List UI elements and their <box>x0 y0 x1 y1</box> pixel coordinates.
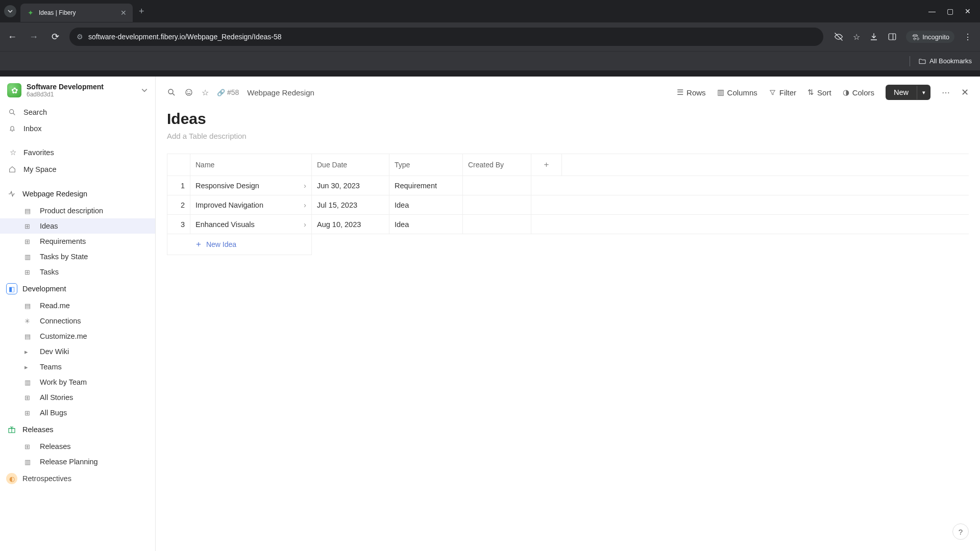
add-column-button[interactable]: + <box>531 154 562 176</box>
column-header-type[interactable]: Type <box>389 154 463 176</box>
sort-button[interactable]: ⇅Sort <box>807 88 831 97</box>
chevron-down-icon[interactable] <box>141 87 148 94</box>
downloads-icon[interactable] <box>869 32 878 41</box>
sidebar-item-requirements[interactable]: ⊞ Requirements <box>0 234 155 249</box>
page-description-placeholder[interactable]: Add a Table description <box>167 132 969 140</box>
sidebar-item-release-planning[interactable]: ▥Release Planning <box>0 454 155 469</box>
all-bookmarks-label: All Bookmarks <box>929 57 972 65</box>
space-name: Webpage Redesign <box>22 190 87 198</box>
sidebar-item-dev-wiki[interactable]: ▸Dev Wiki <box>0 344 155 359</box>
cell-type[interactable]: Requirement <box>389 176 463 195</box>
cell-due[interactable]: Jun 30, 2023 <box>312 176 389 195</box>
sidebar-item-label: Work by Team <box>40 378 87 386</box>
cell-type[interactable]: Idea <box>389 195 463 214</box>
fibery-favicon-icon: ✦ <box>27 9 35 17</box>
sidebar-item-teams[interactable]: ▸Teams <box>0 359 155 374</box>
svg-line-3 <box>13 113 15 115</box>
new-idea-button[interactable]: + New Idea <box>167 234 312 255</box>
panel-icon[interactable] <box>888 32 897 41</box>
cell-created-by[interactable] <box>463 195 531 214</box>
label: Rows <box>687 88 706 97</box>
columns-button[interactable]: ▥Columns <box>717 88 757 97</box>
chevron-down-icon[interactable]: ▾ <box>917 86 930 99</box>
sidebar-item-customize[interactable]: ▤Customize.me <box>0 329 155 344</box>
sidebar-inbox[interactable]: Inbox <box>0 120 155 137</box>
bookmarks-bar: All Bookmarks <box>0 51 980 70</box>
minimize-icon[interactable]: — <box>928 7 936 15</box>
sidebar-space-development[interactable]: ◧ Development <box>0 280 155 298</box>
cell-created-by[interactable] <box>463 176 531 195</box>
maximize-icon[interactable]: ▢ <box>947 7 953 15</box>
table-icon: ⊞ <box>24 394 34 402</box>
cell-created-by[interactable] <box>463 215 531 234</box>
table-row[interactable]: 2 Improved Navigation› Jul 15, 2023 Idea <box>167 195 969 215</box>
sidebar-item-readme[interactable]: ▤Read.me <box>0 298 155 313</box>
url-bar[interactable]: ⚙ software-development.fibery.io/Webpage… <box>69 28 823 46</box>
new-button[interactable]: New ▾ <box>886 85 930 100</box>
browser-tab[interactable]: ✦ Ideas | Fibery ✕ <box>20 4 133 22</box>
sidebar-item-tasks[interactable]: ⊞ Tasks <box>0 264 155 280</box>
workspace-switcher[interactable]: ✿ Software Development 6ad8d3d1 <box>0 77 155 104</box>
cell-type[interactable]: Idea <box>389 215 463 234</box>
sidebar-item-releases[interactable]: ⊞Releases <box>0 439 155 454</box>
back-button[interactable]: ← <box>5 32 19 42</box>
cell-name[interactable]: Responsive Design› <box>190 176 312 195</box>
sidebar-item-ideas[interactable]: ⊞ Ideas <box>0 218 155 234</box>
sidebar-item-tasks-by-state[interactable]: ▥ Tasks by State <box>0 249 155 264</box>
sidebar-search[interactable]: Search <box>0 104 155 120</box>
sidebar-favorites[interactable]: ☆ Favorites <box>0 144 155 161</box>
space-name: Retrospectives <box>22 474 71 483</box>
reload-button[interactable]: ⟳ <box>48 31 62 42</box>
sidebar-item-all-bugs[interactable]: ⊞All Bugs <box>0 405 155 420</box>
sidebar-item-work-by-team[interactable]: ▥Work by Team <box>0 374 155 390</box>
colors-button[interactable]: ◑Colors <box>843 88 874 97</box>
site-settings-icon[interactable]: ⚙ <box>77 33 83 41</box>
all-bookmarks-button[interactable]: All Bookmarks <box>918 57 972 65</box>
rows-button[interactable]: ☰Rows <box>677 88 706 97</box>
eye-off-icon[interactable] <box>834 32 844 42</box>
tab-title: Ideas | Fibery <box>39 9 116 16</box>
sidebar-item-product-description[interactable]: ▤ Product description <box>0 203 155 218</box>
bell-icon <box>8 124 17 133</box>
search-icon[interactable] <box>167 88 176 97</box>
tab-search-dropdown[interactable] <box>4 5 16 17</box>
emoji-icon[interactable] <box>184 88 193 97</box>
favorite-star-icon[interactable]: ☆ <box>202 88 209 97</box>
table-row[interactable]: 1 Responsive Design› Jun 30, 2023 Requir… <box>167 176 969 195</box>
forward-button[interactable]: → <box>27 32 41 42</box>
close-window-icon[interactable]: ✕ <box>965 7 971 15</box>
column-header-created-by[interactable]: Created By <box>463 154 531 176</box>
help-button[interactable]: ? <box>952 523 969 540</box>
column-header-due-date[interactable]: Due Date <box>312 154 389 176</box>
new-tab-button[interactable]: + <box>139 6 144 17</box>
sidebar-space-webpage-redesign[interactable]: Webpage Redesign <box>0 185 155 203</box>
column-header-name[interactable]: Name <box>190 154 312 176</box>
incognito-badge[interactable]: Incognito <box>906 31 954 43</box>
sidebar-item-all-stories[interactable]: ⊞All Stories <box>0 390 155 405</box>
tab-close-icon[interactable]: ✕ <box>120 9 127 17</box>
table-row[interactable]: 3 Enhanced Visuals› Aug 10, 2023 Idea <box>167 215 969 234</box>
page-title[interactable]: Ideas <box>167 110 969 128</box>
entity-id-badge[interactable]: 🔗 #58 <box>217 88 239 96</box>
cell-due[interactable]: Jul 15, 2023 <box>312 195 389 214</box>
open-row-icon[interactable]: › <box>304 220 306 229</box>
cell-name[interactable]: Improved Navigation› <box>190 195 312 214</box>
close-panel-icon[interactable]: ✕ <box>961 87 969 98</box>
browser-toolbar: ← → ⟳ ⚙ software-development.fibery.io/W… <box>0 22 980 51</box>
svg-point-5 <box>168 89 173 94</box>
workspace-name: Software Development <box>27 83 104 91</box>
cell-name[interactable]: Enhanced Visuals› <box>190 215 312 234</box>
open-row-icon[interactable]: › <box>304 201 306 209</box>
sidebar-space-releases[interactable]: Releases <box>0 420 155 439</box>
cell-due[interactable]: Aug 10, 2023 <box>312 215 389 234</box>
more-menu-icon[interactable]: ⋯ <box>942 88 950 97</box>
breadcrumb-space[interactable]: Webpage Redesign <box>247 88 314 97</box>
kebab-menu-icon[interactable]: ⋮ <box>964 32 972 42</box>
sidebar-item-connections[interactable]: ✳Connections <box>0 313 155 329</box>
sidebar-space-retrospectives[interactable]: ◐ Retrospectives <box>0 469 155 488</box>
sidebar-my-space[interactable]: My Space <box>0 161 155 178</box>
filter-button[interactable]: Filter <box>769 88 796 97</box>
bookmark-star-icon[interactable]: ☆ <box>853 32 860 42</box>
open-row-icon[interactable]: › <box>304 181 306 190</box>
board-icon: ▥ <box>24 379 34 386</box>
